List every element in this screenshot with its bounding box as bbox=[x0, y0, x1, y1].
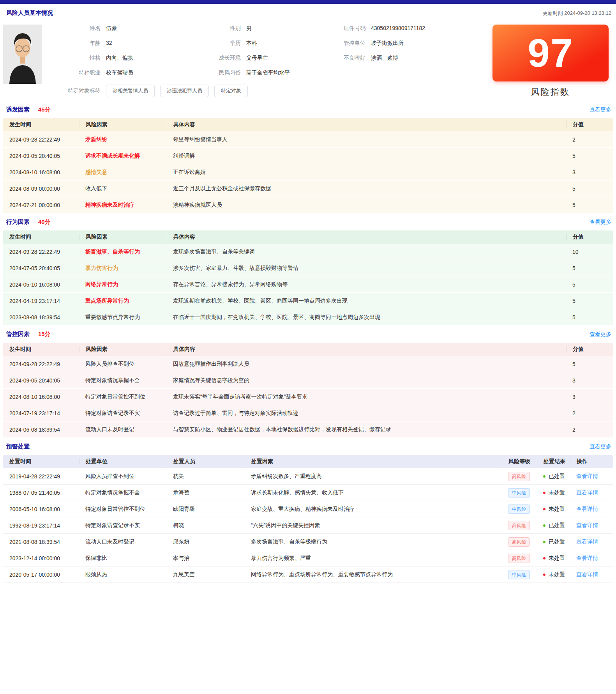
cell-content: 涉多次伤害、家庭暴力、斗殴、故意损毁财物等警情 bbox=[167, 265, 566, 272]
field-value: 男 bbox=[246, 25, 252, 32]
cell-unit: 风险人员排查不到位 bbox=[79, 473, 167, 480]
cell-disposal-result: 未处置 bbox=[537, 571, 570, 578]
column-header-time: 发生时间 bbox=[3, 121, 79, 128]
cell-factor: 多次扬言滋事、自杀等极端行为 bbox=[245, 538, 502, 545]
cell-action: 查看详情 bbox=[570, 489, 613, 496]
status-dot-icon bbox=[543, 508, 545, 510]
view-detail-link[interactable]: 查看详情 bbox=[576, 538, 598, 545]
factor-table-row: 2024-07-19 23:17:14 特定对象访查记录不实 访查记录过于简单、… bbox=[3, 405, 613, 421]
cell-action: 查看详情 bbox=[570, 571, 613, 578]
cell-unit: 流动人口未及时登记 bbox=[79, 538, 167, 545]
section-score: 15分 bbox=[38, 331, 51, 338]
risk-person-profile-page: 风险人员基本情况 更新时间 2024-09-20 13:23:12 姓名 伍豪 … bbox=[0, 0, 616, 694]
status-text: 已处置 bbox=[549, 522, 565, 529]
status-dot-icon bbox=[543, 492, 545, 494]
cell-factor: 特定对象日常管控不到位 bbox=[79, 393, 167, 400]
alert-table-row: 2006-05-10 16:08:00 特定对象日常管控不到位 欧阳青馨 家庭变… bbox=[3, 501, 613, 517]
field-label: 年龄 bbox=[42, 39, 101, 47]
risk-score-box: 97 bbox=[492, 25, 609, 81]
page-title: 风险人员基本情况 bbox=[6, 9, 53, 17]
section-score: 40分 bbox=[38, 218, 51, 226]
status-dot-icon bbox=[543, 541, 545, 543]
subject-tags-row: 特定对象标签涉相关警情人员涉违法犯罪人员特定对象 bbox=[42, 85, 490, 97]
column-header-content: 具体内容 bbox=[167, 346, 566, 353]
cell-time: 2024-09-28 22:22:49 bbox=[3, 136, 79, 143]
cell-time: 2024-09-28 22:22:49 bbox=[3, 361, 79, 367]
field-label: 特种职业 bbox=[42, 69, 101, 76]
cell-disposal-result: 已处置 bbox=[537, 473, 570, 480]
view-detail-link[interactable]: 查看详情 bbox=[576, 506, 598, 512]
cell-content: 与智慧安防小区、物业登记居住数据，本地社保数据进行比对，发现有相关登记、缴存记录 bbox=[167, 426, 566, 433]
profile-field: 特种职业 校车驾驶员 bbox=[42, 69, 194, 76]
factor-section: 行为因素 40分 查看更多 发生时间 风险因素 具体内容 分值 2024-09-… bbox=[3, 213, 613, 326]
cell-person: 欧阳青馨 bbox=[167, 506, 245, 513]
profile-field: 成长环境 父母早亡 bbox=[194, 54, 323, 62]
update-time: 更新时间 2024-09-20 13:23:12 bbox=[543, 10, 611, 17]
view-detail-link[interactable]: 查看详情 bbox=[576, 555, 598, 561]
cell-time: 2024-09-05 20:40:05 bbox=[3, 377, 79, 384]
profile-field: 学历 本科 bbox=[194, 39, 323, 47]
field-value: 高于全省平均水平 bbox=[246, 69, 290, 76]
view-detail-link[interactable]: 查看详情 bbox=[576, 522, 598, 528]
view-more-link[interactable]: 查看更多 bbox=[590, 331, 611, 338]
view-more-link[interactable]: 查看更多 bbox=[590, 106, 611, 113]
profile-section: 姓名 伍豪 性别 男 证件号码 430502199809171182 年龄 32… bbox=[0, 18, 616, 101]
cell-risk-level: 中风险 bbox=[502, 505, 537, 514]
cell-score: 2 bbox=[566, 136, 613, 143]
cell-action: 查看详情 bbox=[570, 473, 613, 480]
column-header-person: 处置人员 bbox=[167, 458, 245, 465]
view-detail-link[interactable]: 查看详情 bbox=[576, 473, 598, 479]
factor-table: 发生时间 风险因素 具体内容 分值 2024-09-28 22:22:49 扬言… bbox=[3, 230, 613, 326]
table-header-row: 发生时间 风险因素 具体内容 分值 bbox=[3, 230, 613, 244]
update-time-value: 2024-09-20 13:23:12 bbox=[564, 10, 611, 16]
status-dot-icon bbox=[543, 557, 545, 559]
cell-content: 家庭情况等关键信息字段为空的 bbox=[167, 377, 566, 384]
cell-risk-level: 中风险 bbox=[502, 488, 537, 497]
factor-table-row: 2024-09-05 20:40:05 特定对象情况掌握不全 家庭情况等关键信息… bbox=[3, 372, 613, 389]
risk-level-badge: 中风险 bbox=[508, 570, 530, 579]
view-detail-link[interactable]: 查看详情 bbox=[576, 489, 598, 496]
column-header-result: 处置结果 bbox=[537, 458, 570, 465]
cell-score: 3 bbox=[566, 377, 613, 384]
section-alert-disposal: 预警处置 查看更多 处置时间 处置单位 处置人员 处置因素 风险等级 处置结果 … bbox=[3, 438, 613, 583]
subject-tag: 涉违法犯罪人员 bbox=[160, 85, 209, 97]
cell-risk-level: 中风险 bbox=[502, 570, 537, 579]
cell-score: 2 bbox=[566, 427, 613, 433]
alert-disposal-table: 处置时间 处置单位 处置人员 处置因素 风险等级 处置结果 操作 2019-04… bbox=[3, 455, 613, 583]
cell-score: 5 bbox=[566, 298, 613, 304]
field-label: 成长环境 bbox=[194, 54, 241, 62]
status-text: 未处置 bbox=[549, 571, 565, 578]
cell-time: 2024-07-21 00:00:00 bbox=[3, 202, 79, 208]
factor-table-row: 2024-08-09 00:00:00 收入低下 近三个月及以上无公积金或社保缴… bbox=[3, 181, 613, 197]
cell-factor: 特定对象访查记录不实 bbox=[79, 410, 167, 417]
cell-content: 涉精神疾病就医人员 bbox=[167, 202, 566, 209]
factor-table-row: 2024-04-19 23:17:14 重点场所异常行为 发现近期在党政机关、学… bbox=[3, 293, 613, 309]
view-more-link[interactable]: 查看更多 bbox=[590, 219, 611, 226]
factor-sections-container: 诱发因素 45分 查看更多 发生时间 风险因素 具体内容 分值 2024-09-… bbox=[0, 101, 616, 438]
alert-table-row: 2019-04-28 22:22:49 风险人员排查不到位 杭美 矛盾纠纷次数多… bbox=[3, 468, 613, 485]
factor-table-row: 2024-09-28 22:22:49 扬言滋事、自杀等行为 发现多次扬言滋事、… bbox=[3, 244, 613, 260]
cell-time: 2024-06-08 18:39:54 bbox=[3, 427, 79, 433]
view-more-link[interactable]: 查看更多 bbox=[590, 443, 611, 450]
factor-section: 诱发因素 45分 查看更多 发生时间 风险因素 具体内容 分值 2024-09-… bbox=[3, 101, 613, 213]
cell-time: 2023-08-08 18:39:54 bbox=[3, 314, 79, 320]
cell-time: 2024-04-19 23:17:14 bbox=[3, 298, 79, 304]
factor-table-row: 2024-09-28 22:22:49 风险人员排查不到位 因故意犯罪被作出刑事… bbox=[3, 356, 613, 372]
column-header-score: 分值 bbox=[566, 121, 613, 128]
cell-score: 5 bbox=[566, 153, 613, 159]
cell-score: 5 bbox=[566, 281, 613, 288]
cell-factor: 扬言滋事、自杀等行为 bbox=[79, 248, 167, 255]
factor-table-row: 2024-05-10 16:08:00 网络异常行为 存在异常言论、异常搜索行为… bbox=[3, 276, 613, 293]
factor-table-body: 2024-09-28 22:22:49 矛盾纠纷 邻里等纠纷警情当事人 2 20… bbox=[3, 131, 613, 213]
field-label: 性别 bbox=[194, 25, 241, 32]
cell-score: 5 bbox=[566, 202, 613, 208]
status-dot-icon bbox=[543, 574, 545, 576]
cell-time: 2019-04-28 22:22:49 bbox=[3, 473, 79, 480]
cell-factor: 流动人口未及时登记 bbox=[79, 426, 167, 433]
field-label: 证件号码 bbox=[323, 25, 365, 32]
cell-content: 纠纷调解 bbox=[167, 152, 566, 159]
view-detail-link[interactable]: 查看详情 bbox=[576, 571, 598, 577]
cell-score: 5 bbox=[566, 265, 613, 271]
field-value: 本科 bbox=[246, 39, 257, 47]
cell-factor: 网络异常行为 bbox=[79, 281, 167, 288]
